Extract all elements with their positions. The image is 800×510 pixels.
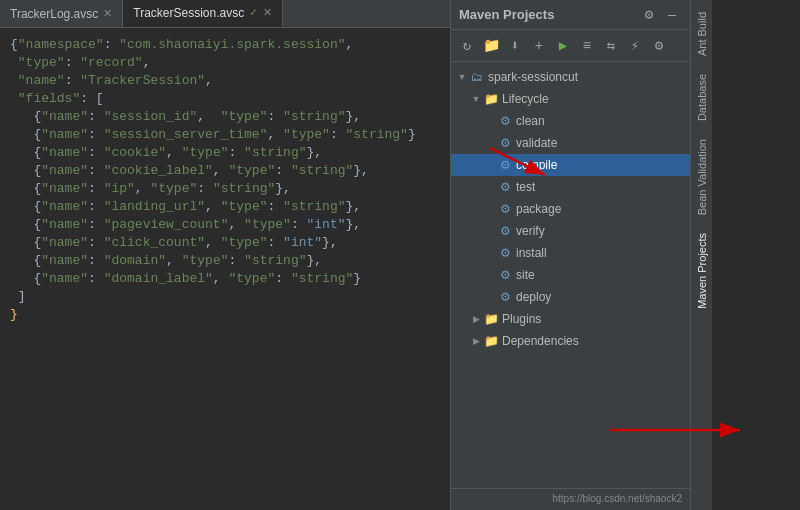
maven-header-toolbar: ⚙ — [639,5,682,25]
verify-label: verify [516,224,545,238]
maven-panel: Maven Projects ⚙ — ↻ 📁 ⬇ + ▶ ≡ ⇆ ⚡ ⚙ ▼ 🗂… [450,0,690,510]
tree-plugins-item[interactable]: ▶ 📁 Plugins [451,308,690,330]
code-line-12: {"name": "click_count", "type": "int"}, [0,234,450,252]
tree-package-item[interactable]: ⚙ package [451,198,690,220]
maven-projects-tab[interactable]: Maven Projects [694,225,710,317]
code-line-13: {"name": "domain", "type": "string"}, [0,252,450,270]
lifecycle-label: Lifecycle [502,92,549,106]
gear-clean-icon: ⚙ [497,113,513,129]
footer-url: https://blog.csdn.net/shaock2 [552,493,682,504]
gear-verify-icon: ⚙ [497,223,513,239]
code-line-5: {"name": "session_id", "type": "string"}… [0,108,450,126]
tree-install-item[interactable]: ⚙ install [451,242,690,264]
site-label: site [516,268,535,282]
close-trackerlog-button[interactable]: ✕ [103,7,112,20]
tabs-bar: TrackerLog.avsc ✕ TrackerSession.avsc ✓ … [0,0,450,28]
plugins-label: Plugins [502,312,541,326]
gear-compile-icon: ⚙ [497,157,513,173]
generate-button[interactable]: ⚡ [625,36,645,56]
dependencies-folder-icon: 📁 [483,333,499,349]
add-button[interactable]: + [529,36,549,56]
code-line-9: {"name": "ip", "type": "string"}, [0,180,450,198]
project-icon: 🗂 [469,69,485,85]
code-line-10: {"name": "landing_url", "type": "string"… [0,198,450,216]
editor-area: TrackerLog.avsc ✕ TrackerSession.avsc ✓ … [0,0,450,510]
lifecycle-folder-icon: 📁 [483,91,499,107]
database-tab[interactable]: Database [694,66,710,129]
gear-validate-icon: ⚙ [497,135,513,151]
phases-button[interactable]: ≡ [577,36,597,56]
root-label: spark-sessioncut [488,70,578,84]
settings-icon[interactable]: ⚙ [639,5,659,25]
plugins-expand-arrow: ▶ [469,314,483,324]
dependencies-label: Dependencies [502,334,579,348]
add-maven-button[interactable]: 📁 [481,36,501,56]
tree-site-item[interactable]: ⚙ site [451,264,690,286]
code-line-16: } [0,306,450,324]
deploy-label: deploy [516,290,551,304]
gear-deploy-icon: ⚙ [497,289,513,305]
plugins-folder-icon: 📁 [483,311,499,327]
gear-package-icon: ⚙ [497,201,513,217]
compile-label: compile [516,158,557,172]
tree-dependencies-item[interactable]: ▶ 📁 Dependencies [451,330,690,352]
options-button[interactable]: ⚙ [649,36,669,56]
ant-build-tab[interactable]: Ant Build [694,4,710,64]
lifecycle-collapse-arrow: ▼ [469,94,483,104]
maven-panel-title: Maven Projects [459,7,554,22]
gear-test-icon: ⚙ [497,179,513,195]
tree-clean-item[interactable]: ⚙ clean [451,110,690,132]
check-icon: ✓ [249,6,258,19]
refresh-button[interactable]: ↻ [457,36,477,56]
test-label: test [516,180,535,194]
root-collapse-arrow: ▼ [455,72,469,82]
tree-deploy-item[interactable]: ⚙ deploy [451,286,690,308]
code-line-8: {"name": "cookie_label", "type": "string… [0,162,450,180]
dependencies-expand-arrow: ▶ [469,336,483,346]
code-line-7: {"name": "cookie", "type": "string"}, [0,144,450,162]
toggle-button[interactable]: ⇆ [601,36,621,56]
bean-validation-tab[interactable]: Bean Validation [694,131,710,223]
code-line-11: {"name": "pageview_count", "type": "int"… [0,216,450,234]
gear-site-icon: ⚙ [497,267,513,283]
right-tabs: Ant Build Database Bean Validation Maven… [690,0,712,510]
maven-toolbar-row: ↻ 📁 ⬇ + ▶ ≡ ⇆ ⚡ ⚙ [451,30,690,62]
tree-verify-item[interactable]: ⚙ verify [451,220,690,242]
validate-label: validate [516,136,557,150]
code-line-3: "name": "TrackerSession", [0,72,450,90]
download-button[interactable]: ⬇ [505,36,525,56]
tree-compile-item[interactable]: ⚙ compile [451,154,690,176]
code-line-1: {"namespace": "com.shaonaiyi.spark.sessi… [0,36,450,54]
tree-lifecycle-item[interactable]: ▼ 📁 Lifecycle [451,88,690,110]
clean-label: clean [516,114,545,128]
code-line-2: "type": "record", [0,54,450,72]
code-line-15: ] [0,288,450,306]
maven-tree: ▼ 🗂 spark-sessioncut ▼ 📁 Lifecycle ⚙ cle… [451,62,690,488]
tab-trackersession-label: TrackerSession.avsc [133,6,244,20]
code-editor[interactable]: {"namespace": "com.shaonaiyi.spark.sessi… [0,28,450,510]
tab-trackersession[interactable]: TrackerSession.avsc ✓ ✕ [123,0,283,27]
minimize-icon[interactable]: — [662,5,682,25]
tree-root-item[interactable]: ▼ 🗂 spark-sessioncut [451,66,690,88]
maven-header: Maven Projects ⚙ — [451,0,690,30]
code-line-14: {"name": "domain_label", "type": "string… [0,270,450,288]
code-line-6: {"name": "session_server_time", "type": … [0,126,450,144]
close-trackersession-button[interactable]: ✕ [263,6,272,19]
tree-validate-item[interactable]: ⚙ validate [451,132,690,154]
package-label: package [516,202,561,216]
gear-install-icon: ⚙ [497,245,513,261]
tab-trackerlog[interactable]: TrackerLog.avsc ✕ [0,0,123,27]
tab-trackerlog-label: TrackerLog.avsc [10,7,98,21]
tree-test-item[interactable]: ⚙ test [451,176,690,198]
run-button[interactable]: ▶ [553,36,573,56]
maven-footer: https://blog.csdn.net/shaock2 [451,488,690,510]
code-line-4: "fields": [ [0,90,450,108]
install-label: install [516,246,547,260]
